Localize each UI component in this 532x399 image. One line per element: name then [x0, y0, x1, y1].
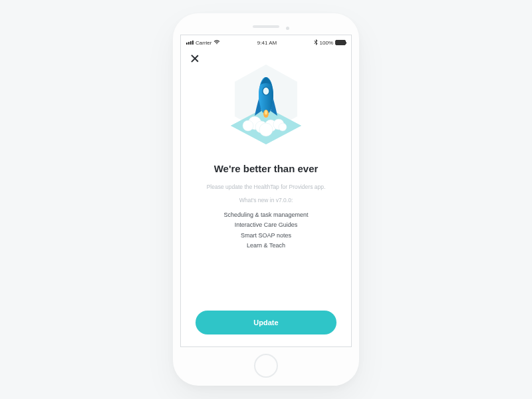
svg-point-9: [279, 123, 287, 131]
signal-icon: [186, 41, 194, 45]
update-button[interactable]: Update: [196, 311, 336, 334]
status-bar: Carrier 9:41 AM 100%: [181, 35, 351, 47]
feature-item: Smart SOAP notes: [223, 231, 308, 241]
phone-frame: Carrier 9:41 AM 100%: [173, 13, 359, 386]
svg-point-4: [243, 120, 253, 131]
feature-list: Scheduling & task management Interactive…: [223, 210, 308, 251]
battery-icon: [335, 40, 346, 45]
phone-screen: Carrier 9:41 AM 100%: [180, 35, 352, 347]
wifi-icon: [213, 39, 220, 46]
close-icon[interactable]: [190, 54, 200, 63]
status-left: Carrier: [186, 39, 220, 46]
battery-percent: 100%: [320, 40, 333, 46]
modal-title: We're better than ever: [214, 163, 319, 174]
svg-point-14: [265, 110, 267, 115]
feature-item: Interactive Care Guides: [223, 220, 308, 230]
phone-camera: [286, 27, 289, 30]
status-right: 100%: [314, 39, 346, 47]
svg-point-12: [263, 87, 269, 95]
update-modal-content: We're better than ever Please update the…: [181, 63, 351, 346]
phone-speaker: [253, 25, 279, 28]
status-time: 9:41 AM: [257, 40, 277, 46]
rocket-illustration: [216, 59, 316, 159]
svg-point-8: [259, 123, 273, 136]
home-button[interactable]: [254, 354, 278, 378]
modal-subtitle: Please update the HealthTap for Provider…: [207, 184, 326, 190]
feature-item: Scheduling & task management: [223, 210, 308, 220]
bluetooth-icon: [314, 39, 318, 47]
carrier-label: Carrier: [196, 40, 211, 46]
whats-new-label: What's new in v7.0.0:: [239, 197, 293, 203]
feature-item: Learn & Teach: [223, 241, 308, 251]
